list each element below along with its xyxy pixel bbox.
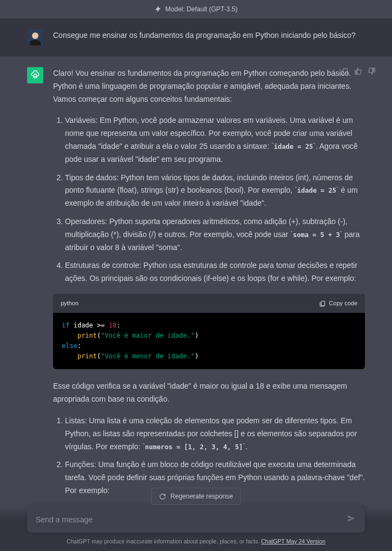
code-block-1: python Copy code if idade >= 18: print("… <box>53 294 365 369</box>
message-actions <box>341 67 376 75</box>
code-language: python <box>61 298 79 309</box>
clipboard-icon <box>319 300 326 307</box>
version-link[interactable]: ChatGPT May 24 Version <box>261 538 325 545</box>
thumbs-down-icon[interactable] <box>368 67 376 75</box>
bolt-icon <box>154 5 162 13</box>
inline-code: soma = 5 + 3 <box>293 231 340 239</box>
svg-rect-3 <box>343 69 348 74</box>
thumbs-up-icon[interactable] <box>354 67 362 75</box>
after-code-paragraph: Esse código verifica se a variável "idad… <box>53 380 365 406</box>
list-item: Variáveis: Em Python, você pode armazena… <box>65 114 365 166</box>
send-button[interactable] <box>347 514 356 525</box>
list-item: Estruturas de controle: Python usa estru… <box>65 259 365 285</box>
message-input[interactable] <box>36 515 347 524</box>
footer-disclaimer: ChatGPT may produce inaccurate informati… <box>27 538 365 545</box>
openai-icon <box>30 70 41 81</box>
assistant-avatar <box>27 67 43 83</box>
intro-paragraph: Claro! Vou ensinar os fundamentos da pro… <box>53 67 365 106</box>
inline-code: idade = 25 <box>297 187 336 194</box>
concepts-list-2: Listas: Uma lista é uma coleção de eleme… <box>53 415 365 497</box>
send-icon <box>347 514 356 523</box>
copy-icon[interactable] <box>341 67 349 75</box>
inline-code: numeros = [1, 2, 3, 4, 5] <box>145 443 243 451</box>
refresh-icon <box>159 493 166 500</box>
list-item: Operadores: Python suporta operadores ar… <box>65 215 365 254</box>
model-label: Model: Default (GPT-3.5) <box>165 5 237 13</box>
assistant-message-row: Claro! Vou ensinar os fundamentos da pro… <box>0 56 392 551</box>
regenerate-button[interactable]: Regenerate response <box>151 488 241 505</box>
input-area: ChatGPT may produce inaccurate informati… <box>0 506 392 551</box>
model-indicator: Model: Default (GPT-3.5) <box>0 0 392 18</box>
svg-rect-1 <box>322 301 325 306</box>
user-message-text: Consegue me ensinar os fundamentos da pr… <box>53 29 365 45</box>
concepts-list-1: Variáveis: Em Python, você pode armazena… <box>53 114 365 285</box>
user-message-row: Consegue me ensinar os fundamentos da pr… <box>0 18 392 56</box>
copy-code-button[interactable]: Copy code <box>319 298 357 309</box>
assistant-message-content: Claro! Vou ensinar os fundamentos da pro… <box>53 67 365 551</box>
code-body: if idade >= 18: print("Você é maior de i… <box>53 313 365 370</box>
user-avatar <box>27 29 43 45</box>
inline-code: idade = 25 <box>274 143 313 150</box>
code-header: python Copy code <box>53 294 365 313</box>
message-input-container <box>27 506 365 533</box>
list-item: Listas: Uma lista é uma coleção de eleme… <box>65 415 365 453</box>
list-item: Tipos de dados: Python tem vários tipos … <box>65 172 365 210</box>
svg-point-0 <box>34 74 37 77</box>
